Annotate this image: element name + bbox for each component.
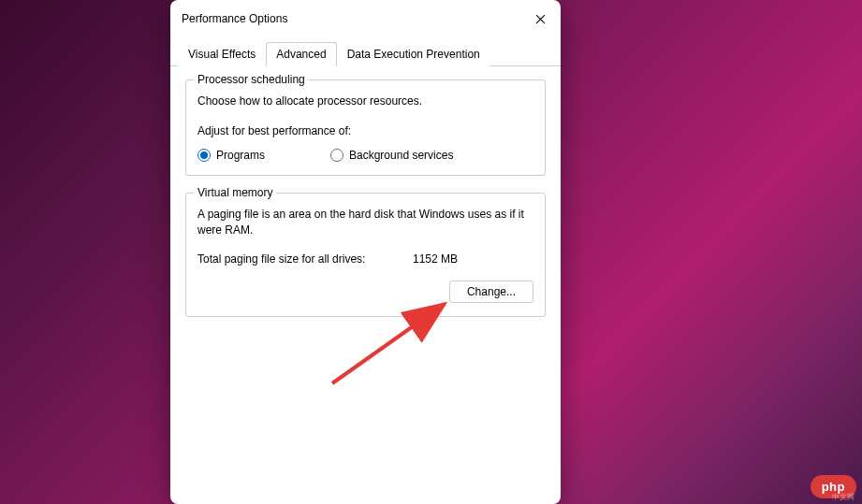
adjust-label: Adjust for best performance of: [197, 124, 533, 137]
paging-size-label: Total paging file size for all drives: [197, 252, 413, 266]
virtual-memory-group: Virtual memory A paging file is an area … [185, 193, 546, 318]
radio-programs-label: Programs [216, 149, 265, 162]
radio-background-label: Background services [349, 149, 453, 162]
window-title: Performance Options [182, 12, 287, 25]
watermark-sub: 中文网 [832, 492, 855, 502]
tabstrip: Visual Effects Advanced Data Execution P… [170, 41, 561, 66]
dialog-content: Processor scheduling Choose how to alloc… [170, 66, 561, 504]
radio-group: Programs Background services [197, 149, 533, 162]
processor-description: Choose how to allocate processor resourc… [197, 94, 533, 109]
radio-icon [330, 149, 343, 162]
button-row: Change... [197, 281, 533, 303]
tab-visual-effects[interactable]: Visual Effects [178, 42, 266, 66]
radio-icon [197, 149, 211, 162]
tab-advanced[interactable]: Advanced [266, 42, 336, 66]
paging-size-value: 1152 MB [413, 252, 458, 266]
group-legend: Virtual memory [194, 186, 276, 199]
vm-description: A paging file is an area on the hard dis… [197, 207, 533, 238]
group-legend: Processor scheduling [194, 73, 309, 86]
radio-background[interactable]: Background services [330, 149, 453, 162]
processor-scheduling-group: Processor scheduling Choose how to alloc… [185, 79, 546, 176]
tab-dep[interactable]: Data Execution Prevention [337, 42, 490, 66]
performance-options-dialog: Performance Options Visual Effects Advan… [170, 0, 561, 504]
paging-size-row: Total paging file size for all drives: 1… [197, 252, 533, 266]
change-button[interactable]: Change... [449, 281, 533, 303]
radio-programs[interactable]: Programs [197, 149, 265, 162]
watermark: php 中文网 [768, 467, 862, 504]
titlebar: Performance Options [170, 0, 561, 34]
close-icon [535, 14, 546, 24]
close-button[interactable] [531, 9, 549, 28]
